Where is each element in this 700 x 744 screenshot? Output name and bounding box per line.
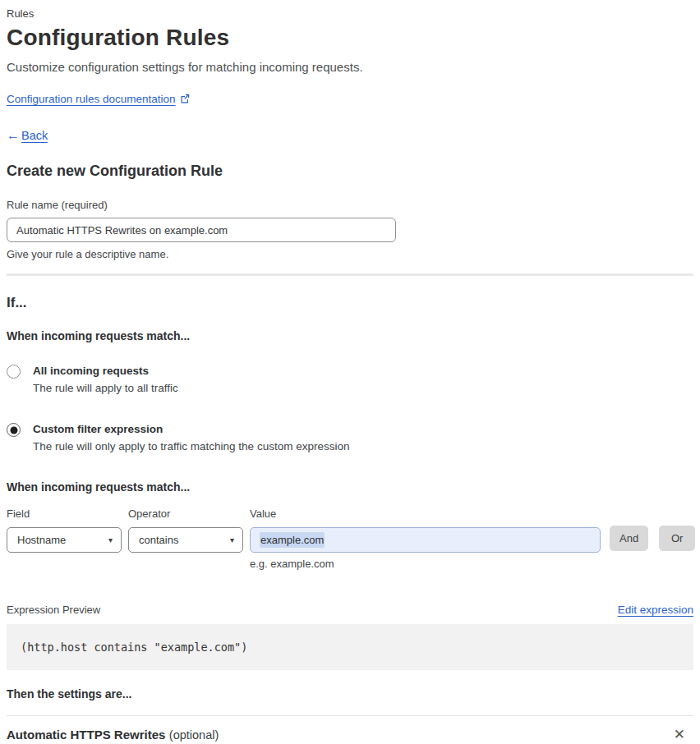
radio-option-description: The rule will apply to all traffic (33, 382, 178, 394)
expression-preview-label: Expression Preview (7, 604, 100, 616)
create-rule-heading: Create new Configuration Rule (7, 163, 693, 180)
section-divider (7, 273, 693, 276)
back-arrow-icon: ← (7, 128, 20, 142)
radio-option-label: All incoming requests (33, 365, 178, 377)
documentation-link[interactable]: Configuration rules documentation (7, 93, 176, 105)
builder-heading: When incoming requests match... (7, 480, 693, 494)
close-icon[interactable]: ✕ (670, 726, 688, 743)
radio-option-0[interactable]: All incoming requests The rule will appl… (7, 364, 693, 394)
value-input[interactable]: example.com (250, 527, 601, 553)
setting-title: Automatic HTTPS Rewrites (7, 728, 165, 742)
page-subtitle: Customize configuration settings for mat… (7, 60, 693, 74)
expression-code: (http.host contains "example.com") (21, 641, 247, 654)
field-select-value: Hostname (17, 534, 66, 546)
value-input-text: example.com (260, 532, 325, 548)
radio-option-label: Custom filter expression (33, 423, 349, 435)
setting-optional-tag: (optional) (169, 728, 219, 742)
or-button[interactable]: Or (659, 526, 695, 551)
radio-button-icon[interactable] (7, 365, 21, 379)
radio-option-description: The rule will only apply to traffic matc… (33, 440, 349, 452)
rule-name-input[interactable] (7, 218, 396, 242)
breadcrumb: Rules (7, 7, 693, 20)
field-label: Field (7, 507, 122, 520)
back-link[interactable]: Back (21, 129, 48, 142)
page-title: Configuration Rules (7, 25, 693, 51)
chevron-down-icon: ▾ (108, 535, 113, 544)
match-type-radio-group: All incoming requests The rule will appl… (7, 364, 693, 452)
then-settings-heading: Then the settings are... (7, 687, 693, 700)
rule-name-help: Give your rule a descriptive name. (7, 248, 693, 260)
match-type-label: When incoming requests match... (7, 329, 693, 342)
if-heading: If... (7, 295, 693, 311)
external-link-icon (180, 92, 190, 107)
radio-option-1[interactable]: Custom filter expression The rule will o… (7, 422, 693, 452)
value-label: Value (250, 507, 601, 520)
setting-card-automatic-https-rewrites: Automatic HTTPS Rewrites (optional) ✕ Tu… (7, 716, 693, 744)
operator-select-value: contains (139, 534, 178, 546)
radio-button-icon[interactable] (7, 423, 21, 437)
operator-select[interactable]: contains ▾ (128, 527, 243, 553)
and-button[interactable]: And (610, 526, 648, 551)
chevron-down-icon: ▾ (230, 535, 234, 544)
expression-preview-code-block: (http.host contains "example.com") (7, 624, 693, 670)
rule-name-label: Rule name (required) (7, 199, 693, 211)
field-select[interactable]: Hostname ▾ (7, 527, 122, 553)
value-hint: e.g. example.com (250, 558, 601, 570)
edit-expression-link[interactable]: Edit expression (618, 604, 693, 616)
operator-label: Operator (128, 507, 243, 520)
